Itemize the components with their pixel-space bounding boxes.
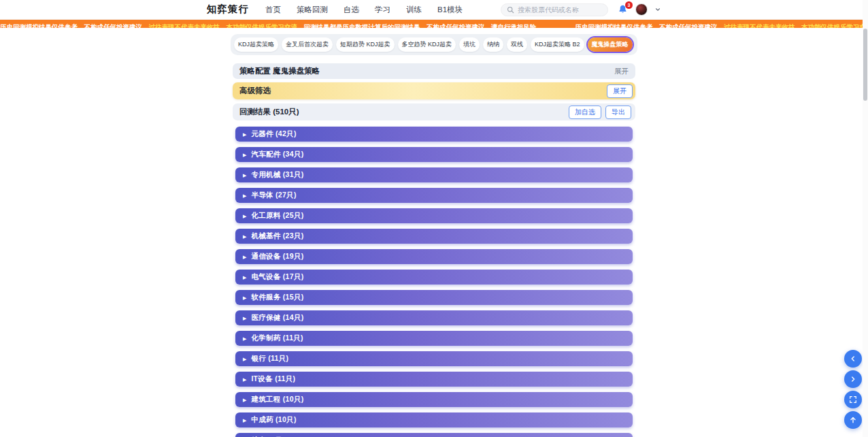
industry-group-bar[interactable]: ▶ 化学制药 (11只) <box>235 331 633 346</box>
page: 知弈策行 首页策略回测自选学习训练B1模块 3 <box>0 0 868 437</box>
strategy-tabs: KDJ超卖策略金叉后首次超卖短期趋势 KDJ超卖多空趋势 KDJ超卖填坑纳纳双线… <box>231 34 637 55</box>
navbar-inner: 知弈策行 首页策略回测自选学习训练B1模块 3 <box>207 3 661 16</box>
strategy-tab[interactable]: 魔鬼操盘策略 <box>588 37 633 52</box>
advanced-filter-title: 高级筛选 <box>239 86 271 96</box>
strategy-tab[interactable]: KDJ超卖策略 B2 <box>531 37 584 52</box>
page-scrollbar[interactable] <box>863 0 868 437</box>
advanced-filter-expand-button[interactable]: 展开 <box>607 84 633 98</box>
scrollbar-thumb[interactable] <box>863 29 867 101</box>
industry-group-label: 医疗保健 (14只) <box>251 313 303 323</box>
nav-link[interactable]: 训练 <box>406 5 422 15</box>
expand-triangle-icon: ▶ <box>243 193 246 198</box>
expand-triangle-icon: ▶ <box>243 255 246 259</box>
strategy-tab[interactable]: 双线 <box>507 37 527 52</box>
navbar-right-icons: 3 <box>618 3 661 16</box>
expand-triangle-icon: ▶ <box>243 275 246 280</box>
chevron-right-icon <box>849 375 857 383</box>
industry-group-bar[interactable]: ▶ 专用机械 (31只) <box>235 167 633 182</box>
industry-group-label: 软件服务 (15只) <box>251 293 303 302</box>
expand-triangle-icon: ▶ <box>243 336 246 341</box>
strategy-config-title: 策略配置 魔鬼操盘策略 <box>239 66 320 76</box>
disclaimer-marquee-track: 历史回测模拟结果仅供参考，不构成任何投资建议，过往表现不代表未来收益。本功能仅供… <box>0 23 868 28</box>
nav-link[interactable]: 首页 <box>265 5 281 15</box>
expand-triangle-icon: ▶ <box>243 357 246 361</box>
fullscreen-icon <box>849 395 857 404</box>
expand-triangle-icon: ▶ <box>243 398 246 402</box>
fullscreen-button[interactable] <box>844 391 862 408</box>
results-title: 回测结果 (510只) <box>239 107 299 117</box>
industry-group-bar[interactable]: ▶ 汽车配件 (34只) <box>235 147 633 162</box>
nav-link[interactable]: 自选 <box>344 5 359 15</box>
industry-group-bar[interactable]: ▶ 银行 (11只) <box>235 351 633 366</box>
industry-group-bar[interactable]: ▶ 建筑工程 (10只) <box>235 392 633 407</box>
industry-group-label: 化学制药 (11只) <box>251 334 303 343</box>
strategy-tab[interactable]: 短期趋势 KDJ超卖 <box>336 37 395 52</box>
expand-triangle-icon: ▶ <box>243 377 246 382</box>
search-icon <box>507 6 514 14</box>
app-logo[interactable]: 知弈策行 <box>207 3 249 16</box>
strategy-config-expand-link[interactable]: 展开 <box>614 67 629 76</box>
industry-group-label: 机械基件 (23只) <box>251 231 303 241</box>
industry-group-bar[interactable]: ▶ 通信设备 (19只) <box>235 249 633 264</box>
industry-group-label: 化工原料 (25只) <box>251 211 303 221</box>
notification-bell-icon[interactable]: 3 <box>618 4 629 15</box>
stock-search-box[interactable] <box>501 3 608 16</box>
strategy-tab[interactable]: KDJ超卖策略 <box>234 37 278 52</box>
expand-triangle-icon: ▶ <box>243 214 246 218</box>
industry-group-label: IT设备 (11只) <box>251 374 295 384</box>
add-watchlist-button[interactable]: 加自选 <box>569 106 601 119</box>
industry-group-bar[interactable]: ▶ 电气设备 (17只) <box>235 270 633 285</box>
disclaimer-text-segment: 过往表现不代表未来收益。本功能仅供娱乐学习交流， <box>724 23 868 28</box>
industry-group-bar[interactable]: ▶ 机械基件 (23只) <box>235 229 633 244</box>
expand-triangle-icon: ▶ <box>243 316 246 321</box>
scroll-top-button[interactable] <box>844 411 862 429</box>
industry-group-bar[interactable]: ▶ IT设备 (11只) <box>235 372 633 387</box>
page-prev-button[interactable] <box>844 350 862 368</box>
industry-group-label: 建筑工程 (10只) <box>251 395 303 404</box>
disclaimer-text-segment: 历史回测模拟结果仅供参考，不构成任何投资建议， <box>0 23 149 28</box>
industry-group-bar[interactable]: ▶ 元器件 (42只) <box>235 127 633 142</box>
results-header: 回测结果 (510只) 加自选 导出 <box>233 103 635 120</box>
industry-group-bar[interactable]: ▶ 航空 (9只) <box>235 433 633 437</box>
expand-triangle-icon: ▶ <box>243 418 246 423</box>
industry-group-bar[interactable]: ▶ 医疗保健 (14只) <box>235 310 633 325</box>
industry-group-bar[interactable]: ▶ 半导体 (27只) <box>235 188 633 203</box>
disclaimer-text-segment: 回测结果都是历史数据计算后的回测结果，不构成任何投资建议，请自行承担风险 <box>304 23 575 28</box>
expand-triangle-icon: ▶ <box>243 234 246 239</box>
strategy-tab[interactable]: 纳纳 <box>483 37 503 52</box>
chevron-left-icon <box>849 355 857 363</box>
strategy-tab[interactable]: 多空趋势 KDJ超卖 <box>398 37 456 52</box>
strategy-tab[interactable]: 填坑 <box>459 37 480 52</box>
main-content: KDJ超卖策略金叉后首次超卖短期趋势 KDJ超卖多空趋势 KDJ超卖填坑纳纳双线… <box>231 34 637 437</box>
industry-group-bar[interactable]: ▶ 软件服务 (15只) <box>235 290 633 305</box>
user-menu-chevron-down-icon[interactable] <box>654 6 661 13</box>
industry-group-label: 汽车配件 (34只) <box>251 150 303 159</box>
disclaimer-marquee: 历史回测模拟结果仅供参考，不构成任何投资建议，过往表现不代表未来收益。本功能仅供… <box>0 20 868 28</box>
stock-search-input[interactable] <box>518 6 602 14</box>
expand-triangle-icon: ▶ <box>243 152 246 157</box>
top-navbar: 知弈策行 首页策略回测自选学习训练B1模块 3 <box>0 0 868 20</box>
floating-buttons <box>844 350 862 429</box>
expand-triangle-icon: ▶ <box>243 132 246 137</box>
strategy-tab[interactable]: 金叉后首次超卖 <box>282 37 333 52</box>
industry-group-bar[interactable]: ▶ 化工原料 (25只) <box>235 208 633 223</box>
nav-link[interactable]: 策略回测 <box>297 5 328 15</box>
disclaimer-text-segment: 过往表现不代表未来收益。本功能仅供娱乐学习交流， <box>149 23 304 28</box>
industry-group-label: 半导体 (27只) <box>251 191 296 200</box>
industry-group-bar[interactable]: ▶ 中成药 (10只) <box>235 412 633 427</box>
industry-group-label: 专用机械 (31只) <box>251 170 303 180</box>
industry-group-label: 中成药 (10只) <box>251 415 296 425</box>
arrow-up-icon <box>849 416 857 424</box>
expand-triangle-icon: ▶ <box>243 173 246 178</box>
export-button[interactable]: 导出 <box>605 106 631 119</box>
industry-group-label: 通信设备 (19只) <box>251 252 303 261</box>
user-avatar[interactable] <box>635 3 648 16</box>
notification-badge: 3 <box>625 1 633 9</box>
industry-group-list: ▶ 元器件 (42只) ▶ 汽车配件 (34只) ▶ 专用机械 (31只) ▶ … <box>235 127 633 437</box>
disclaimer-text-segment: 历史回测模拟结果仅供参考，不构成任何投资建议， <box>575 23 724 28</box>
page-next-button[interactable] <box>844 370 862 388</box>
strategy-config-bar[interactable]: 策略配置 魔鬼操盘策略 展开 <box>233 63 635 79</box>
industry-group-label: 银行 (11只) <box>251 354 288 363</box>
nav-link[interactable]: B1模块 <box>437 5 463 15</box>
nav-link[interactable]: 学习 <box>375 5 390 15</box>
